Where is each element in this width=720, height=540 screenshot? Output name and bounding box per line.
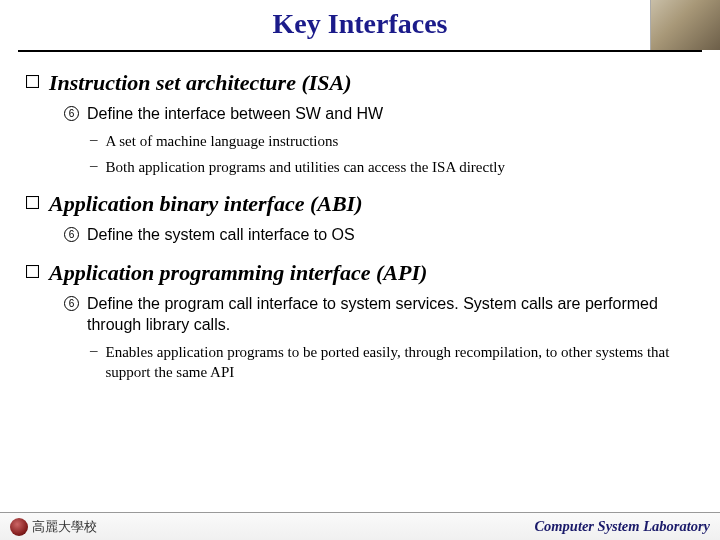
dash-text: A set of machine language instructions: [106, 131, 339, 151]
dash-icon: –: [90, 342, 98, 359]
dash-row: – A set of machine language instructions: [90, 131, 694, 151]
dash-row: – Both application programs and utilitie…: [90, 157, 694, 177]
dash-row: – Enables application programs to be por…: [90, 342, 694, 383]
sub-text: Define the program call interface to sys…: [87, 294, 694, 336]
header-photo: [650, 0, 720, 50]
circled-number-icon: 6: [64, 296, 79, 311]
sub-text: Define the system call interface to OS: [87, 225, 355, 246]
dash-text: Enables application programs to be porte…: [106, 342, 695, 383]
footer-right-text: Computer System Laboratory: [534, 518, 710, 535]
footer-left-text: 高麗大學校: [32, 518, 97, 536]
slide-content: Instruction set architecture (ISA) 6 Def…: [0, 52, 720, 382]
circled-number-icon: 6: [64, 227, 79, 242]
dash-icon: –: [90, 157, 98, 174]
section-heading: Instruction set architecture (ISA): [49, 70, 352, 96]
section-row: Instruction set architecture (ISA): [26, 70, 694, 96]
square-bullet-icon: [26, 75, 39, 88]
slide-title: Key Interfaces: [18, 0, 702, 40]
slide-footer: 高麗大學校 Computer System Laboratory: [0, 512, 720, 540]
square-bullet-icon: [26, 196, 39, 209]
slide-header: Key Interfaces: [18, 0, 702, 52]
sub-row: 6 Define the system call interface to OS: [64, 225, 694, 246]
square-bullet-icon: [26, 265, 39, 278]
section-heading: Application programming interface (API): [49, 260, 427, 286]
circled-number-icon: 6: [64, 106, 79, 121]
footer-left: 高麗大學校: [10, 518, 97, 536]
section-row: Application programming interface (API): [26, 260, 694, 286]
section-heading: Application binary interface (ABI): [49, 191, 363, 217]
dash-text: Both application programs and utilities …: [106, 157, 505, 177]
sub-text: Define the interface between SW and HW: [87, 104, 383, 125]
university-crest-icon: [10, 518, 28, 536]
sub-row: 6 Define the interface between SW and HW: [64, 104, 694, 125]
sub-row: 6 Define the program call interface to s…: [64, 294, 694, 336]
section-row: Application binary interface (ABI): [26, 191, 694, 217]
dash-icon: –: [90, 131, 98, 148]
